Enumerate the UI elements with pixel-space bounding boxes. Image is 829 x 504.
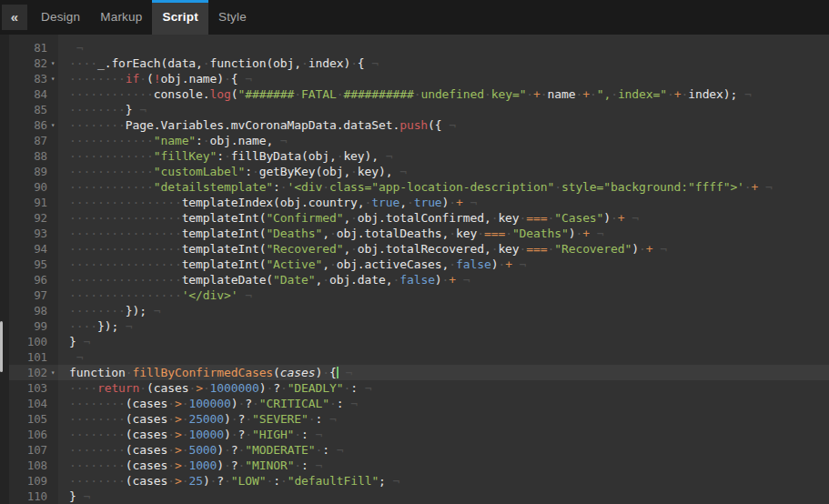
line-number: 103: [9, 380, 47, 396]
code-line-103[interactable]: 103····return·(cases·>·1000000)·?·"DEADL…: [9, 380, 829, 396]
code-line-text: ················templateInt("Recovered",…: [58, 241, 667, 257]
code-line-100[interactable]: 100} ¬: [9, 334, 829, 349]
code-line-97[interactable]: 97················'</div>' ¬: [9, 287, 829, 303]
code-rows: 81 ¬82▾····_.forEach(data,·function(obj,…: [9, 40, 829, 504]
line-number: 89: [9, 164, 47, 179]
code-line-107[interactable]: 107········(cases·>·5000)·?·"MODERATE"·:…: [9, 442, 829, 458]
line-number: 85: [9, 102, 47, 117]
vertical-scrollbar-thumb[interactable]: [0, 321, 3, 372]
code-line-text: ········Page.Variables.mvCoronaMapData.d…: [58, 117, 456, 133]
fold-gutter-spacer: [47, 458, 58, 473]
tab-style[interactable]: Style: [208, 0, 257, 35]
fold-gutter-spacer: [47, 133, 58, 148]
line-number: 97: [9, 287, 47, 303]
line-number: 99: [9, 318, 47, 334]
code-line-90[interactable]: 90············"detailstemplate":·'<div·c…: [9, 179, 829, 195]
code-line-text: } ¬: [58, 334, 90, 349]
fold-toggle-icon[interactable]: ▾: [47, 365, 58, 380]
fold-gutter-spacer: [47, 164, 58, 179]
collapse-panel-button[interactable]: «: [2, 5, 27, 30]
chevron-double-left-icon: «: [11, 9, 18, 25]
fold-toggle-icon[interactable]: ▾: [47, 117, 58, 133]
code-line-91[interactable]: 91················templateIndex(obj.coun…: [9, 195, 829, 210]
eol-marker: ¬: [386, 474, 399, 488]
code-line-text: ········if·(!obj.name)·{ ¬: [58, 71, 252, 86]
code-line-text: ················templateInt("Deaths",·ob…: [58, 226, 603, 241]
fold-gutter-spacer: [47, 442, 58, 458]
eol-marker: ¬: [339, 366, 352, 379]
code-line-110[interactable]: 110} ¬: [9, 489, 829, 504]
tab-script[interactable]: Script: [152, 0, 207, 35]
code-line-87[interactable]: 87············"name":·obj.name, ¬: [9, 133, 829, 148]
fold-gutter-spacer: [47, 303, 58, 318]
code-line-text: ········} ¬: [58, 102, 147, 117]
line-number: 110: [9, 489, 47, 504]
code-line-102[interactable]: 102▾function·fillByConfirmedCases(cases)…: [9, 365, 829, 380]
fold-toggle-icon[interactable]: ▾: [47, 55, 58, 71]
code-line-text: ····}); ¬: [58, 318, 133, 334]
line-number: 106: [9, 427, 47, 442]
fold-gutter-spacer: [47, 257, 58, 272]
code-line-text: ················'</div>' ¬: [58, 287, 252, 303]
tab-design[interactable]: Design: [31, 0, 90, 35]
code-line-86[interactable]: 86▾········Page.Variables.mvCoronaMapDat…: [9, 117, 829, 133]
code-line-98[interactable]: 98········}); ¬: [9, 303, 829, 318]
code-line-text: ········}); ¬: [58, 303, 160, 318]
code-line-94[interactable]: 94················templateInt("Recovered…: [9, 241, 829, 257]
code-line-106[interactable]: 106········(cases·>·10000)·?·"HIGH"·: ¬: [9, 427, 829, 442]
eol-marker: ¬: [512, 257, 526, 271]
code-line-85[interactable]: 85········} ¬: [9, 102, 829, 117]
fold-gutter-spacer: [47, 349, 58, 365]
fold-gutter-spacer: [47, 226, 58, 241]
fold-gutter-spacer: [47, 102, 58, 117]
code-line-101[interactable]: 101 ¬: [9, 349, 829, 365]
fold-toggle-icon[interactable]: ▾: [47, 71, 58, 86]
line-number: 98: [9, 303, 47, 318]
eol-marker: ¬: [365, 56, 379, 70]
fold-gutter-spacer: [47, 334, 58, 349]
eol-marker: ¬: [379, 149, 392, 163]
line-number: 101: [9, 349, 47, 365]
code-line-95[interactable]: 95················templateInt("Active",·…: [9, 257, 829, 272]
code-line-text: ····return·(cases·>·1000000)·?·"DEADLY"·…: [58, 380, 371, 396]
eol-marker: ¬: [737, 87, 751, 101]
line-number: 86: [9, 117, 47, 133]
fold-gutter-spacer: [47, 380, 58, 396]
code-line-84[interactable]: 84············console.log("#######·FATAL…: [9, 86, 829, 102]
tab-markup[interactable]: Markup: [90, 0, 152, 35]
left-edge-strip: [0, 35, 9, 504]
line-number: 93: [9, 226, 47, 241]
eol-marker: ¬: [273, 134, 287, 147]
line-number: 95: [9, 257, 47, 272]
code-line-81[interactable]: 81 ¬: [9, 40, 829, 55]
code-line-108[interactable]: 108········(cases·>·1000)·?·"MINOR"·: ¬: [9, 458, 829, 473]
eol-marker: ¬: [238, 72, 252, 86]
eol-marker: ¬: [758, 180, 772, 194]
code-line-83[interactable]: 83▾········if·(!obj.name)·{ ¬: [9, 71, 829, 86]
code-line-text: ············"detailstemplate":·'<div·cla…: [58, 179, 773, 195]
line-number: 82: [9, 55, 47, 71]
line-number: 87: [9, 133, 47, 148]
code-line-105[interactable]: 105········(cases·>·25000)·?·"SEVERE"·: …: [9, 411, 829, 427]
line-number: 83: [9, 71, 47, 86]
code-line-92[interactable]: 92················templateInt("Confirmed…: [9, 210, 829, 226]
eol-marker: ¬: [442, 118, 456, 132]
fold-gutter-spacer: [47, 195, 58, 210]
code-line-109[interactable]: 109········(cases·>·25)·?·"LOW"·:·"defau…: [9, 473, 829, 489]
code-line-82[interactable]: 82▾····_.forEach(data,·function(obj,·ind…: [9, 55, 829, 71]
fold-gutter-spacer: [47, 427, 58, 442]
code-line-89[interactable]: 89············"customLabel":·getByKey(ob…: [9, 164, 829, 179]
editor-mode-tabs: DesignMarkupScriptStyle: [31, 0, 257, 35]
code-line-text: } ¬: [58, 489, 90, 504]
code-line-88[interactable]: 88············"fillKey":·fillByData(obj,…: [9, 148, 829, 164]
code-line-93[interactable]: 93················templateInt("Deaths",·…: [9, 226, 829, 241]
eol-marker: ¬: [147, 304, 160, 318]
code-line-99[interactable]: 99····}); ¬: [9, 318, 829, 334]
code-line-96[interactable]: 96················templateDate("Date",·o…: [9, 272, 829, 287]
code-line-104[interactable]: 104········(cases·>·100000)·?·"CRITICAL"…: [9, 396, 829, 411]
code-editor[interactable]: 81 ¬82▾····_.forEach(data,·function(obj,…: [0, 35, 829, 504]
fold-gutter-spacer: [47, 272, 58, 287]
fold-gutter-spacer: [47, 210, 58, 226]
code-line-text: ················templateIndex(obj.countr…: [58, 195, 477, 210]
eol-marker: ¬: [76, 335, 90, 348]
